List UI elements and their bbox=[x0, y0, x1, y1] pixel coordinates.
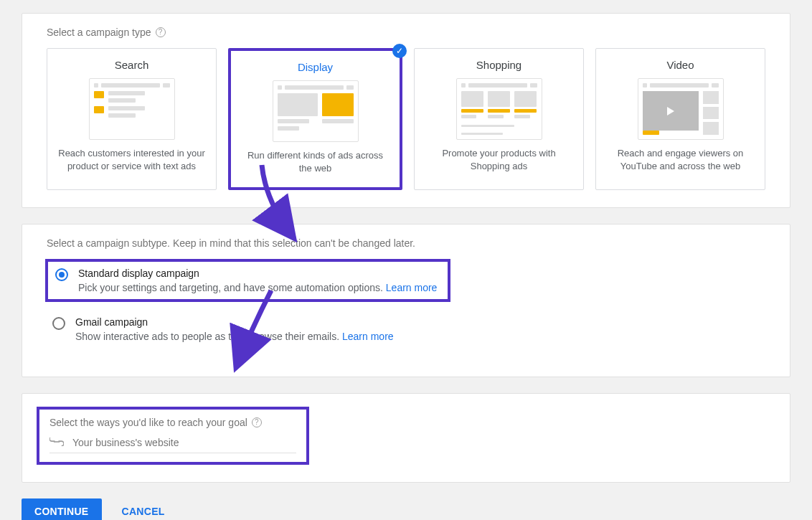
learn-more-link[interactable]: Learn more bbox=[386, 282, 438, 293]
subtype-label: Standard display campaign bbox=[78, 268, 437, 279]
radio-icon[interactable] bbox=[55, 268, 68, 281]
card-desc: Promote your products with Shopping ads bbox=[425, 147, 573, 172]
video-ad-icon bbox=[638, 78, 724, 140]
campaign-type-card-search[interactable]: Search Reach customers interested in you… bbox=[47, 48, 217, 190]
subtype-label: Gmail campaign bbox=[75, 316, 394, 328]
selected-check-icon: ✓ bbox=[392, 44, 407, 58]
subtype-option-gmail[interactable]: Gmail campaign Show interactive ads to p… bbox=[52, 316, 765, 342]
card-desc: Run different kinds of ads across the we… bbox=[241, 149, 390, 174]
subtype-desc: Show interactive ads to people as they b… bbox=[75, 331, 394, 342]
radio-icon[interactable] bbox=[52, 317, 65, 330]
card-title: Search bbox=[115, 59, 149, 71]
card-title: Shopping bbox=[476, 59, 521, 71]
annotation-highlight-subtype: Standard display campaign Pick your sett… bbox=[45, 259, 450, 302]
continue-button[interactable]: CONTINUE bbox=[22, 498, 102, 520]
campaign-type-heading: Select a campaign type ? bbox=[47, 27, 765, 38]
campaign-type-heading-text: Select a campaign type bbox=[47, 27, 151, 38]
card-desc: Reach and engage viewers on YouTube and … bbox=[606, 147, 755, 172]
link-icon bbox=[49, 437, 64, 448]
campaign-type-card-shopping[interactable]: Shopping Promote your products with Shop… bbox=[414, 48, 584, 190]
annotation-highlight-goal: Select the ways you'd like to reach your… bbox=[37, 407, 309, 465]
card-desc: Reach customers interested in your produ… bbox=[57, 147, 206, 172]
display-ad-icon bbox=[273, 80, 359, 142]
goal-heading-text: Select the ways you'd like to reach your… bbox=[49, 417, 247, 428]
help-icon[interactable]: ? bbox=[252, 417, 262, 427]
goal-panel: Select the ways you'd like to reach your… bbox=[22, 393, 790, 483]
card-title: Video bbox=[666, 59, 694, 71]
card-title: Display bbox=[298, 61, 333, 73]
shopping-ad-icon bbox=[456, 78, 542, 140]
campaign-type-panel: Select a campaign type ? Search Reach cu… bbox=[22, 13, 790, 208]
goal-heading: Select the ways you'd like to reach your… bbox=[49, 417, 296, 428]
subtype-desc-text: Pick your settings and targeting, and ha… bbox=[78, 282, 386, 293]
website-url-input[interactable]: Your business's website bbox=[49, 437, 296, 453]
subtype-heading: Select a campaign subtype. Keep in mind … bbox=[47, 237, 765, 249]
cancel-button[interactable]: CANCEL bbox=[118, 505, 169, 518]
subtype-option-standard[interactable]: Standard display campaign Pick your sett… bbox=[55, 268, 440, 293]
subtype-desc-text: Show interactive ads to people as they b… bbox=[75, 331, 342, 342]
subtype-desc: Pick your settings and targeting, and ha… bbox=[78, 282, 437, 293]
website-placeholder: Your business's website bbox=[72, 437, 179, 448]
search-ad-icon bbox=[89, 78, 175, 140]
campaign-type-card-display[interactable]: ✓ Display Run different kinds of ads acr… bbox=[228, 48, 402, 190]
campaign-type-cards: Search Reach customers interested in you… bbox=[47, 48, 765, 190]
action-buttons: CONTINUE CANCEL bbox=[22, 498, 790, 520]
learn-more-link[interactable]: Learn more bbox=[342, 331, 394, 342]
help-icon[interactable]: ? bbox=[156, 27, 166, 37]
campaign-type-card-video[interactable]: Video Reach and engage viewers on YouTub… bbox=[595, 48, 765, 190]
campaign-subtype-panel: Select a campaign subtype. Keep in mind … bbox=[22, 224, 790, 377]
